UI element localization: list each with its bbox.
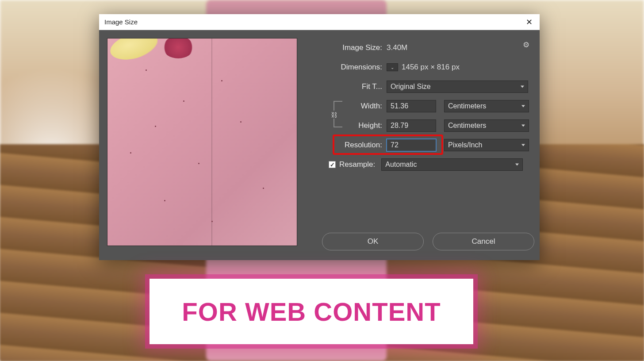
dimensions-unit-toggle[interactable]: ⌄: [387, 63, 398, 71]
resolution-label: Resolution:: [307, 141, 387, 150]
image-size-dialog: Image Size ✕ ⚙ Image Size: 3.40M Dim: [99, 14, 540, 260]
width-label: Width:: [307, 102, 387, 111]
caption-box: FOR WEB CONTENT: [150, 279, 473, 344]
row-resolution: Resolution: 72 Pixels/Inch: [307, 135, 532, 155]
row-resample: ✓ Resample: Automatic: [307, 155, 532, 174]
image-preview: [107, 38, 297, 246]
width-input[interactable]: 51.36: [387, 100, 436, 112]
dimensions-value: 1456 px × 816 px: [402, 63, 460, 72]
close-icon[interactable]: ✕: [524, 17, 534, 27]
row-dimensions: Dimensions: ⌄ 1456 px × 816 px: [307, 58, 532, 77]
dimensions-label: Dimensions:: [307, 63, 387, 72]
resolution-unit-select[interactable]: Pixels/Inch: [444, 139, 529, 151]
dialog-button-row: OK Cancel: [322, 233, 534, 250]
fit-to-select[interactable]: Original Size: [387, 81, 528, 93]
cancel-button[interactable]: Cancel: [433, 233, 534, 250]
row-image-size: Image Size: 3.40M: [307, 38, 532, 58]
controls-panel: ⚙ Image Size: 3.40M Dimensions: ⌄ 1456 p…: [307, 38, 532, 174]
ok-button[interactable]: OK: [322, 233, 424, 250]
resample-checkbox[interactable]: ✓: [329, 161, 336, 168]
image-size-value: 3.40M: [387, 43, 407, 52]
image-size-label: Image Size:: [307, 43, 387, 52]
preview-garnish-banana: [107, 38, 161, 64]
row-fit-to: Fit T... Original Size: [307, 77, 532, 96]
chain-link-icon[interactable]: ⛓: [329, 111, 339, 119]
dialog-titlebar: Image Size ✕: [99, 14, 540, 30]
height-input[interactable]: 28.79: [387, 119, 436, 132]
height-unit-select[interactable]: Centimeters: [444, 119, 529, 132]
dialog-body: ⚙ Image Size: 3.40M Dimensions: ⌄ 1456 p…: [99, 30, 540, 260]
caption-text: FOR WEB CONTENT: [182, 297, 441, 326]
resample-select[interactable]: Automatic: [381, 158, 523, 171]
height-label: Height:: [307, 121, 387, 130]
width-unit-select[interactable]: Centimeters: [444, 100, 529, 112]
preview-garnish-berry: [163, 38, 194, 58]
gear-icon[interactable]: ⚙: [522, 41, 530, 49]
resolution-input[interactable]: 72: [387, 139, 436, 151]
dialog-title: Image Size: [104, 18, 138, 26]
resample-label: Resample:: [339, 160, 381, 169]
fit-to-label: Fit T...: [307, 82, 387, 91]
